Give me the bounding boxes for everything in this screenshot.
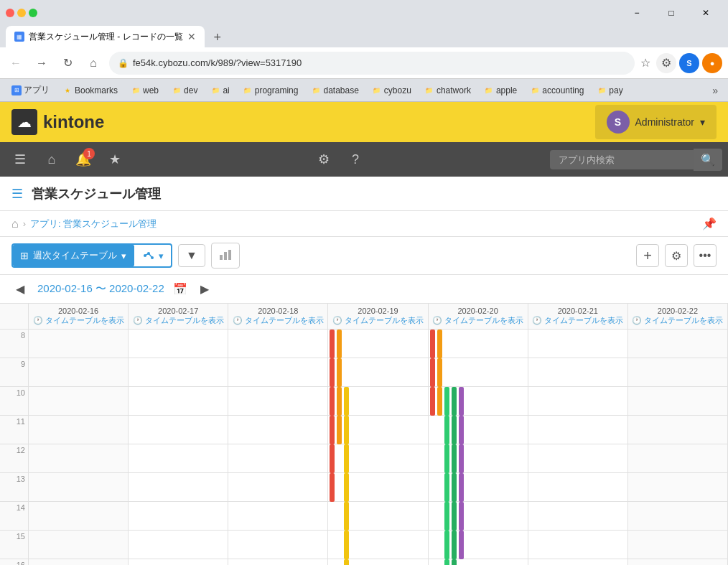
user-area[interactable]: S Administrator ▾ (595, 105, 717, 139)
event-bar[interactable] (452, 387, 457, 416)
col-time-link[interactable]: 🕐 タイムテーブルを表示 (431, 315, 525, 326)
day-cell-1-7[interactable] (129, 531, 228, 559)
chart-button[interactable] (211, 243, 240, 269)
event-bar[interactable] (337, 416, 342, 444)
day-cell-6-2[interactable] (628, 387, 728, 416)
event-bar[interactable] (459, 473, 464, 502)
day-cell-3-6[interactable] (328, 502, 428, 531)
day-cell-3-1[interactable] (328, 358, 428, 387)
event-bar[interactable] (444, 387, 449, 416)
forward-button[interactable]: → (32, 53, 52, 73)
event-bar[interactable] (444, 444, 449, 473)
event-bar[interactable] (459, 416, 464, 444)
day-cell-2-8[interactable] (228, 559, 328, 565)
event-bar[interactable] (330, 444, 335, 473)
event-bar[interactable] (430, 387, 435, 416)
day-cell-1-3[interactable] (129, 416, 228, 444)
bookmark-ai[interactable]: 📁 ai (205, 83, 235, 98)
event-bar[interactable] (344, 444, 349, 473)
user-dropdown-icon[interactable]: ▾ (700, 116, 705, 128)
day-cell-0-4[interactable] (29, 444, 129, 473)
day-cell-2-6[interactable] (228, 502, 328, 531)
bookmark-apple[interactable]: 📁 apple (478, 83, 523, 98)
breadcrumb-home-icon[interactable]: ⌂ (11, 218, 19, 230)
bookmark-cybozu[interactable]: 📁 cybozu (366, 83, 417, 98)
col-time-link[interactable]: 🕐 タイムテーブルを表示 (131, 315, 225, 326)
event-bar[interactable] (444, 531, 449, 559)
tab-close-icon[interactable]: ✕ (187, 31, 196, 42)
minimize-button[interactable]: − (620, 2, 653, 24)
day-cell-6-1[interactable] (628, 358, 728, 387)
event-bar[interactable] (430, 330, 435, 358)
day-cell-2-5[interactable] (228, 473, 328, 502)
event-bar[interactable] (330, 387, 335, 416)
more-bookmarks-button[interactable]: » (708, 83, 722, 98)
event-bar[interactable] (344, 502, 349, 531)
day-cell-1-2[interactable] (129, 387, 228, 416)
day-cell-2-4[interactable] (228, 444, 328, 473)
day-cell-6-4[interactable] (628, 444, 728, 473)
day-cell-0-1[interactable] (29, 358, 129, 387)
event-bar[interactable] (437, 358, 442, 387)
day-cell-0-0[interactable] (29, 330, 129, 358)
day-cell-3-2[interactable] (328, 387, 428, 416)
day-cell-0-2[interactable] (29, 387, 129, 416)
col-time-link[interactable]: 🕐 タイムテーブルを表示 (32, 315, 125, 326)
day-cell-3-4[interactable] (328, 444, 428, 473)
day-cell-3-7[interactable] (328, 531, 428, 559)
event-bar[interactable] (437, 330, 442, 358)
day-cell-3-5[interactable] (328, 473, 428, 502)
event-bar[interactable] (444, 502, 449, 531)
day-cell-2-7[interactable] (228, 531, 328, 559)
url-field[interactable]: 🔒 fe54k.cybozu.com/k/989/?view=5317190 (109, 52, 635, 75)
bookmark-dev[interactable]: 📁 dev (166, 83, 203, 98)
day-cell-5-0[interactable] (528, 330, 628, 358)
day-cell-6-5[interactable] (628, 473, 728, 502)
more-options-button[interactable]: ••• (694, 244, 717, 267)
bookmark-bookmarks[interactable]: ★ Bookmarks (57, 83, 123, 98)
home-button[interactable]: ⌂ (83, 53, 103, 73)
next-week-button[interactable]: ▶ (196, 281, 213, 297)
event-bar[interactable] (437, 387, 442, 416)
filter-button[interactable]: ▼ (178, 244, 205, 267)
maximize-button[interactable]: □ (655, 2, 688, 24)
bookmark-chatwork[interactable]: 📁 chatwork (419, 83, 477, 98)
close-button[interactable]: ✕ (689, 2, 722, 24)
event-bar[interactable] (344, 531, 349, 559)
favorites-nav-icon[interactable]: ★ (101, 145, 129, 174)
day-cell-4-2[interactable] (429, 387, 528, 416)
event-bar[interactable] (459, 387, 464, 416)
search-button[interactable]: 🔍 (694, 149, 722, 171)
event-bar[interactable] (344, 387, 349, 416)
day-cell-6-8[interactable] (628, 559, 728, 565)
day-cell-5-3[interactable] (528, 416, 628, 444)
bookmark-star-icon[interactable]: ☆ (640, 56, 650, 70)
event-bar[interactable] (459, 444, 464, 473)
event-bar[interactable] (452, 473, 457, 502)
event-bar[interactable] (330, 416, 335, 444)
day-cell-6-0[interactable] (628, 330, 728, 358)
day-cell-0-3[interactable] (29, 416, 129, 444)
bookmark-web[interactable]: 📁 web (125, 83, 164, 98)
day-cell-6-7[interactable] (628, 531, 728, 559)
event-bar[interactable] (452, 502, 457, 531)
col-time-link[interactable]: 🕐 タイムテーブルを表示 (631, 315, 724, 326)
notification-icon[interactable]: 🔔 1 (69, 145, 98, 174)
hamburger-menu-icon[interactable]: ☰ (6, 145, 34, 174)
bookmark-programing[interactable]: 📁 programing (237, 83, 304, 98)
settings-button[interactable]: ⚙ (665, 244, 688, 267)
event-bar[interactable] (444, 473, 449, 502)
col-time-link[interactable]: 🕐 タイムテーブルを表示 (531, 315, 625, 326)
day-cell-2-2[interactable] (228, 387, 328, 416)
reload-button[interactable]: ↻ (57, 53, 78, 73)
day-cell-0-7[interactable] (29, 531, 129, 559)
day-cell-4-7[interactable] (429, 531, 528, 559)
event-bar[interactable] (344, 473, 349, 502)
event-bar[interactable] (330, 358, 335, 387)
day-cell-5-4[interactable] (528, 444, 628, 473)
event-bar[interactable] (452, 416, 457, 444)
day-cell-3-8[interactable] (328, 559, 428, 565)
pin-icon[interactable]: 📌 (702, 217, 717, 230)
day-cell-3-3[interactable] (328, 416, 428, 444)
event-bar[interactable] (444, 559, 449, 565)
